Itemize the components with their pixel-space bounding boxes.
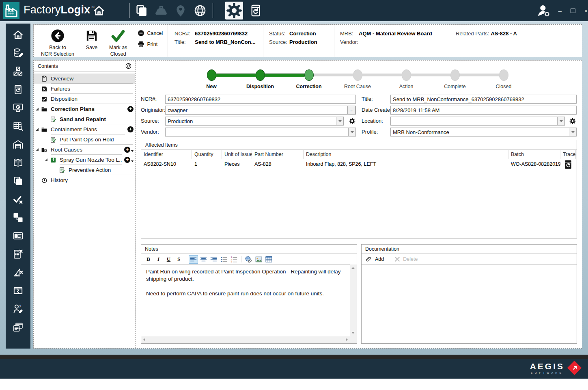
column-header-quantity[interactable]: Quantity	[192, 150, 222, 159]
column-header-unit-of-issue[interactable]: Unit of Issue	[222, 150, 252, 159]
notes-text[interactable]: Paint Run on wing recorded at Paint Insp…	[141, 264, 350, 336]
link-button[interactable]	[244, 255, 253, 264]
module-approve-button[interactable]	[13, 194, 24, 205]
module-transfer-button[interactable]	[13, 212, 24, 223]
tree-item-history[interactable]: History	[34, 175, 135, 185]
module-documents-button[interactable]	[13, 176, 24, 186]
add-menu-caret-icon[interactable]	[131, 160, 134, 162]
module-defect-button[interactable]	[13, 285, 24, 296]
vendor-select[interactable]	[165, 128, 356, 136]
title-field-input[interactable]	[390, 95, 577, 104]
tree-item-correction-plans[interactable]: Correction Plans+	[34, 104, 135, 114]
module-ncr-device-button[interactable]	[13, 84, 24, 95]
tree-item-overview[interactable]: Overview	[34, 74, 135, 84]
add-button[interactable]: +	[127, 106, 134, 112]
expander-icon[interactable]	[36, 108, 39, 110]
originator-browse-button[interactable]: ...	[347, 106, 355, 115]
profile-select[interactable]: MRB Non-Conformance	[390, 128, 577, 136]
column-header-batch[interactable]: Batch	[508, 150, 560, 159]
column-header-part-number[interactable]: Part Number	[252, 150, 304, 159]
chevron-down-icon[interactable]	[569, 128, 576, 136]
vertical-scrollbar[interactable]	[350, 264, 357, 336]
originator-field-input[interactable]	[165, 106, 356, 115]
chevron-down-icon[interactable]	[348, 128, 355, 136]
documentation-delete-button[interactable]: Delete	[394, 256, 418, 262]
print-button[interactable]: Print	[138, 41, 163, 48]
cancel-button[interactable]: Cancel	[138, 30, 163, 37]
tree-item-failures[interactable]: Failures	[34, 84, 135, 94]
tree-item-spray-gun-nozzle-too-l[interactable]: Spray Gun Nozzle Too L...+	[34, 155, 135, 165]
source-settings-gear-icon[interactable]	[349, 117, 356, 125]
tree-item-put-paint-ops-on-hold[interactable]: Put Paint Ops on Hold	[34, 134, 135, 145]
expander-icon[interactable]	[36, 148, 39, 151]
status-label: Status:	[269, 30, 288, 37]
documentation-add-button[interactable]: Add	[375, 256, 384, 262]
module-id-card-button[interactable]	[13, 230, 24, 241]
tree-item-containment-plans[interactable]: Containment Plans+	[34, 124, 135, 134]
tree-item-label: Root Causes	[51, 145, 122, 155]
bullet-list-button[interactable]	[219, 255, 228, 264]
module-operator-query-button[interactable]: ?	[13, 303, 24, 314]
affected-items-row[interactable]: AS8282-SN101PiecesAS-828Inboard Flap, 82…	[141, 159, 577, 170]
location-settings-gear-icon[interactable]	[569, 117, 576, 125]
column-header-description[interactable]: Description	[304, 150, 508, 159]
close-button[interactable]: ×	[583, 7, 588, 14]
module-data-edit-button[interactable]	[13, 48, 24, 58]
expander-icon[interactable]	[36, 128, 39, 131]
cell-trace[interactable]	[560, 159, 576, 170]
step-label: Closed	[496, 84, 512, 89]
collapse-refresh-icon[interactable]	[125, 63, 132, 69]
module-blocks-button[interactable]	[13, 66, 24, 77]
underline-button[interactable]: U	[164, 255, 173, 264]
column-header-trace[interactable]: Trace	[560, 150, 576, 159]
home-icon[interactable]	[93, 4, 106, 17]
bold-button[interactable]: B	[144, 255, 153, 264]
align-center-button[interactable]	[199, 255, 208, 264]
numbered-list-button[interactable]: 123	[229, 255, 239, 264]
add-button[interactable]: +	[124, 157, 130, 163]
date-created-field-input[interactable]	[390, 106, 577, 115]
minimize-button[interactable]: –	[557, 7, 563, 14]
ncr-device-button[interactable]	[249, 4, 263, 17]
tree-item-disposition[interactable]: Disposition	[34, 94, 135, 104]
italic-button[interactable]: I	[154, 255, 163, 264]
ncr-field-input[interactable]	[165, 95, 356, 104]
tree-item-root-causes[interactable]: Root Causes+	[34, 145, 135, 155]
globe-button[interactable]	[193, 4, 207, 17]
chevron-down-icon[interactable]	[557, 117, 564, 125]
table-button[interactable]	[264, 255, 274, 264]
strikethrough-button[interactable]: S	[174, 255, 183, 264]
module-dashboard-button[interactable]	[13, 102, 24, 113]
step-label: Action	[399, 84, 414, 89]
align-left-button[interactable]	[189, 255, 198, 264]
home-icon	[13, 29, 24, 40]
back-to-ncr-selection-button[interactable]: Back toNCR Selection	[41, 29, 74, 58]
module-work-instructions-button[interactable]	[13, 322, 24, 333]
image-button[interactable]	[254, 255, 263, 264]
module-measure-cancel-button[interactable]	[13, 267, 24, 278]
horizontal-scrollbar[interactable]	[141, 336, 350, 343]
chevron-down-icon[interactable]	[336, 117, 343, 125]
save-button[interactable]: Save	[85, 29, 99, 51]
add-button[interactable]: +	[124, 147, 130, 153]
mark-as-closed-button[interactable]: Mark asClosed	[109, 29, 127, 58]
add-menu-caret-icon[interactable]	[131, 150, 134, 152]
module-home-button[interactable]	[13, 29, 24, 40]
trace-icon[interactable]	[560, 159, 576, 170]
add-button[interactable]: +	[127, 126, 134, 132]
source-select[interactable]: Production	[165, 117, 344, 126]
column-header-identifier[interactable]: Identifier	[141, 150, 192, 159]
align-right-button[interactable]	[209, 255, 218, 264]
tree-item-sand-and-repaint[interactable]: Sand and Repaint	[34, 114, 135, 124]
location-select[interactable]	[390, 117, 565, 126]
module-warehouse-button[interactable]	[13, 139, 24, 150]
expander-icon[interactable]	[45, 158, 47, 161]
maximize-button[interactable]	[570, 7, 576, 14]
user-logout-icon[interactable]	[536, 4, 551, 18]
settings-button-selected[interactable]	[225, 2, 243, 20]
tree-item-preventive-action[interactable]: Preventive Action	[34, 165, 135, 175]
module-book-button[interactable]	[13, 157, 24, 168]
module-task-cancel-button[interactable]	[13, 249, 24, 260]
documents-button[interactable]	[135, 4, 149, 17]
module-table-search-button[interactable]	[13, 121, 24, 132]
